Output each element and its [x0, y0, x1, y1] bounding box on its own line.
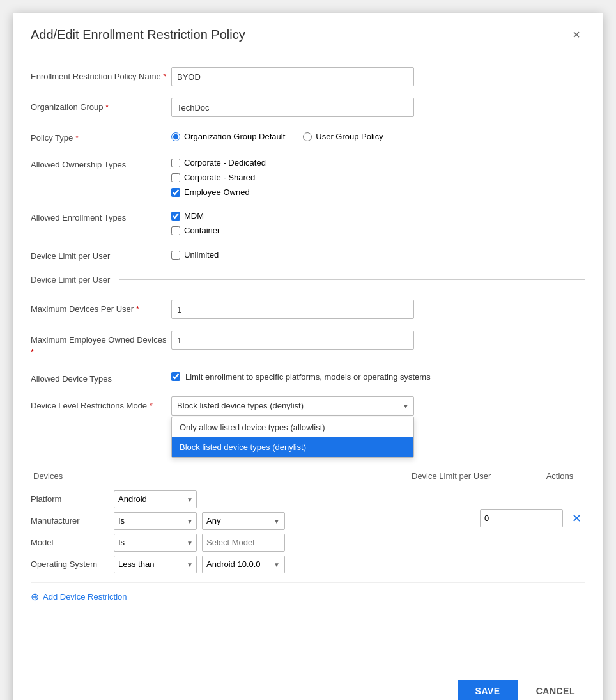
- policy-type-radio-group: Organization Group Default User Group Po…: [171, 128, 383, 141]
- os-condition-wrapper: Less than Greater than Equals ▼: [114, 556, 197, 573]
- cancel-button[interactable]: CANCEL: [526, 680, 585, 700]
- platform-select-wrapper: Android iOS Windows macOS ▼: [114, 490, 197, 508]
- max-employee-row: Maximum Employee Owned Devices *: [31, 331, 585, 357]
- table-header: Devices Device Limit per User Actions: [31, 467, 585, 485]
- policy-name-label: Enrollment Restriction Policy Name *: [31, 67, 171, 82]
- dropdown-option-denylist[interactable]: Block listed device types (denylist): [172, 437, 413, 457]
- modal-title: Add/Edit Enrollment Restriction Policy: [31, 27, 245, 42]
- device-limit-row: Device Limit per User Unlimited: [31, 247, 585, 262]
- os-label: Operating System: [31, 559, 114, 569]
- max-devices-label: Maximum Devices Per User *: [31, 300, 171, 315]
- os-value-wrapper: Android 10.0.0 Android 9.0.0 Android 8.0…: [202, 556, 285, 573]
- restriction-row-1: Platform Android iOS Windows macOS ▼: [31, 485, 585, 583]
- allowed-device-types-row: Allowed Device Types Limit enrollment to…: [31, 369, 585, 385]
- device-limit-label: Device Limit per User: [31, 247, 171, 262]
- allowed-device-types-label: Allowed Device Types: [31, 369, 171, 385]
- modal-footer: SAVE CANCEL: [13, 669, 603, 700]
- org-group-input[interactable]: [171, 98, 414, 117]
- add-icon: ⊕: [31, 591, 39, 603]
- ownership-types-row: Allowed Ownership Types Corporate - Dedi…: [31, 155, 585, 197]
- model-field-row: Model Is Is Not ▼: [31, 534, 475, 552]
- checkbox-unlimited[interactable]: Unlimited: [171, 247, 219, 260]
- col-device-limit-header: Device Limit per User: [406, 471, 534, 481]
- restriction-fields: Platform Android iOS Windows macOS ▼: [31, 490, 475, 577]
- enrollment-types-row: Allowed Enrollment Types MDM Container: [31, 208, 585, 235]
- allowed-device-types-checkbox-row: Limit enrollment to specific platforms, …: [171, 369, 431, 382]
- model-input[interactable]: [202, 534, 285, 552]
- manufacturer-value-select[interactable]: Any: [202, 512, 285, 530]
- device-level-dropdown-popup: Only allow listed device types (allowlis…: [171, 417, 414, 458]
- max-devices-required: *: [136, 304, 139, 314]
- policy-type-label: Policy Type *: [31, 128, 171, 144]
- device-level-select[interactable]: Block listed device types (denylist) Onl…: [171, 396, 414, 416]
- policy-name-input[interactable]: [171, 67, 414, 86]
- ownership-types-group: Corporate - Dedicated Corporate - Shared…: [171, 155, 266, 197]
- col-devices-header: Devices: [31, 471, 406, 481]
- ownership-types-label: Allowed Ownership Types: [31, 155, 171, 171]
- add-restriction-label: Add Device Restriction: [43, 592, 127, 602]
- device-limit-per-user-input[interactable]: [480, 509, 563, 527]
- enrollment-types-label: Allowed Enrollment Types: [31, 208, 171, 224]
- row-actions: ✕: [475, 490, 585, 527]
- max-devices-input[interactable]: [171, 300, 414, 319]
- manufacturer-condition-wrapper: Is Is Not ▼: [114, 512, 197, 530]
- org-group-row: Organization Group *: [31, 98, 585, 117]
- delete-restriction-button[interactable]: ✕: [568, 510, 585, 527]
- modal-body: Enrollment Restriction Policy Name * Org…: [13, 54, 603, 605]
- platform-select[interactable]: Android iOS Windows macOS: [114, 490, 197, 508]
- allowed-device-types-text: Limit enrollment to specific platforms, …: [185, 372, 431, 382]
- platform-field-row: Platform Android iOS Windows macOS ▼: [31, 490, 475, 508]
- section-divider-label: Device Limit per User: [31, 275, 110, 284]
- device-level-row: Device Level Restrictions Mode * Block l…: [31, 396, 585, 416]
- enrollment-types-group: MDM Container: [171, 208, 220, 235]
- policy-required-marker: *: [75, 133, 79, 143]
- max-devices-row: Maximum Devices Per User *: [31, 300, 585, 319]
- org-required-marker: *: [105, 102, 109, 112]
- manufacturer-field-row: Manufacturer Is Is Not ▼ Any: [31, 512, 475, 530]
- device-level-dropdown-wrapper: Block listed device types (denylist) Onl…: [171, 396, 414, 416]
- device-restrictions-section: Devices Device Limit per User Actions Pl…: [31, 467, 585, 605]
- close-button[interactable]: ×: [567, 26, 585, 43]
- required-marker: *: [163, 72, 166, 81]
- policy-name-row: Enrollment Restriction Policy Name *: [31, 67, 585, 86]
- checkbox-corporate-shared[interactable]: Corporate - Shared: [171, 173, 266, 182]
- max-employee-input[interactable]: [171, 331, 414, 350]
- radio-org-default[interactable]: Organization Group Default: [171, 132, 285, 141]
- os-field-row: Operating System Less than Greater than …: [31, 556, 475, 573]
- section-divider: Device Limit per User: [31, 275, 585, 284]
- allowed-device-types-checkbox[interactable]: [171, 372, 180, 381]
- divider-line: [119, 279, 585, 280]
- unlimited-label: Unlimited: [184, 250, 219, 260]
- model-label: Model: [31, 538, 114, 547]
- manufacturer-condition-select[interactable]: Is Is Not: [114, 512, 197, 530]
- manufacturer-label: Manufacturer: [31, 516, 114, 525]
- checkbox-mdm[interactable]: MDM: [171, 211, 220, 221]
- dropdown-option-allowlist[interactable]: Only allow listed device types (allowlis…: [172, 417, 413, 437]
- add-device-restriction-row[interactable]: ⊕ Add Device Restriction: [31, 583, 585, 605]
- model-condition-wrapper: Is Is Not ▼: [114, 534, 197, 552]
- max-employee-required: *: [31, 347, 34, 357]
- policy-type-row: Policy Type * Organization Group Default…: [31, 128, 585, 144]
- radio-org-default-label: Organization Group Default: [184, 132, 285, 141]
- radio-user-group-label: User Group Policy: [316, 132, 383, 141]
- checkbox-employee-owned[interactable]: Employee Owned: [171, 187, 266, 197]
- model-condition-select[interactable]: Is Is Not: [114, 534, 197, 552]
- manufacturer-value-wrapper: Any ▼: [202, 512, 285, 530]
- col-actions-header: Actions: [534, 471, 585, 481]
- org-group-label: Organization Group *: [31, 98, 171, 113]
- modal-dialog: Add/Edit Enrollment Restriction Policy ×…: [13, 13, 603, 700]
- platform-label: Platform: [31, 494, 114, 504]
- os-value-select[interactable]: Android 10.0.0 Android 9.0.0 Android 8.0…: [202, 556, 285, 573]
- modal-header: Add/Edit Enrollment Restriction Policy ×: [13, 13, 603, 54]
- max-employee-label: Maximum Employee Owned Devices *: [31, 331, 171, 357]
- device-level-label: Device Level Restrictions Mode *: [31, 396, 171, 412]
- radio-user-group[interactable]: User Group Policy: [303, 132, 383, 141]
- save-button[interactable]: SAVE: [458, 680, 518, 700]
- checkbox-corporate-dedicated[interactable]: Corporate - Dedicated: [171, 158, 266, 167]
- checkbox-container[interactable]: Container: [171, 226, 220, 235]
- os-condition-select[interactable]: Less than Greater than Equals: [114, 556, 197, 573]
